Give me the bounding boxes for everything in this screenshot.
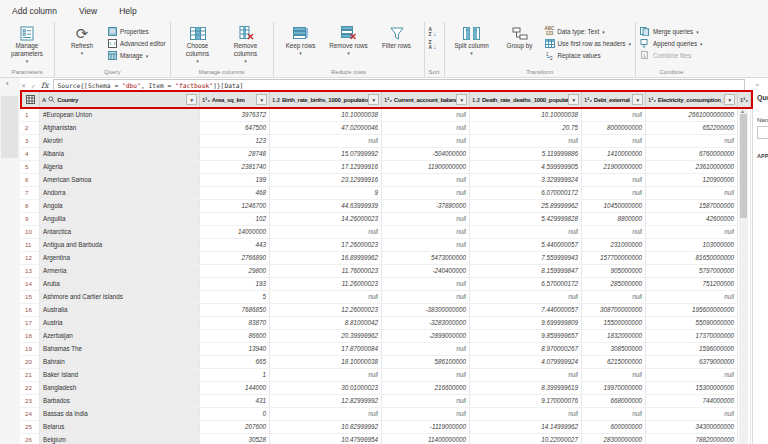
cell[interactable]: 28300000000 [582, 434, 646, 444]
cell[interactable]: 17.26000023 [270, 239, 382, 251]
cell[interactable]: 8.970000267 [470, 343, 582, 355]
row-number[interactable]: 4 [21, 148, 40, 160]
formula-expand-chevron-icon[interactable]: ⌄ [754, 80, 760, 88]
cell[interactable]: 665 [200, 356, 270, 368]
cell[interactable]: 308500000 [582, 343, 646, 355]
cell[interactable]: 1587000000 [646, 200, 738, 212]
cell[interactable]: null [270, 291, 382, 303]
cell[interactable]: 5473000000 [382, 252, 470, 264]
cell[interactable]: 11900000000 [382, 161, 470, 173]
cell[interactable]: null [646, 408, 738, 420]
cell[interactable]: null [382, 239, 470, 251]
formula-cancel-icon[interactable]: ✕ [21, 82, 28, 89]
cell[interactable]: 11400000000 [382, 434, 470, 444]
column-header-partial[interactable]: 1²₃ [738, 91, 751, 108]
row-number[interactable]: 14 [21, 278, 40, 290]
cell[interactable]: 3.329999924 [470, 174, 582, 186]
cell[interactable]: 443 [200, 239, 270, 251]
row-number[interactable]: 10 [21, 226, 40, 238]
cell[interactable]: 14000000 [200, 226, 270, 238]
cell[interactable]: 744000000 [646, 395, 738, 407]
row-number[interactable]: 8 [21, 200, 40, 212]
cell[interactable]: null [470, 226, 582, 238]
choose-columns-button[interactable]: Choose columns ▾ [175, 23, 221, 65]
filter-dropdown-icon[interactable]: ▾ [724, 94, 735, 105]
cell[interactable]: Armenia [40, 265, 200, 277]
cell[interactable]: null [582, 187, 646, 199]
cell[interactable]: 8800000 [582, 213, 646, 225]
tab-add-column[interactable]: Add column [12, 6, 57, 16]
cell[interactable]: 905000000 [582, 265, 646, 277]
query-name-input[interactable] [757, 126, 768, 139]
cell[interactable]: 7.559999943 [470, 252, 582, 264]
cell[interactable]: 21900000000 [582, 161, 646, 173]
cell[interactable]: null [582, 291, 646, 303]
row-number[interactable]: 3 [21, 135, 40, 147]
remove-columns-button[interactable]: Remove columns ▾ [223, 23, 269, 65]
cell[interactable]: 47.02000046 [270, 122, 382, 134]
cell[interactable]: Ashmore and Cartier Islands [40, 291, 200, 303]
cell[interactable]: null [270, 226, 382, 238]
cell[interactable]: 10.10000038 [270, 109, 382, 121]
row-number[interactable]: 12 [21, 252, 40, 264]
cell[interactable]: 193 [200, 278, 270, 290]
cell[interactable]: null [470, 408, 582, 420]
cell[interactable]: 586100000 [382, 356, 470, 368]
collapse-pane-chevron-icon[interactable]: ‹ [6, 80, 9, 88]
cell[interactable]: 17.87000084 [270, 343, 382, 355]
cell[interactable]: 431 [200, 395, 270, 407]
row-number[interactable]: 20 [21, 356, 40, 368]
cell[interactable]: null [646, 135, 738, 147]
cell[interactable]: null [382, 174, 470, 186]
cell[interactable]: 8000000000 [582, 122, 646, 134]
row-number[interactable]: 7 [21, 187, 40, 199]
cell[interactable]: 9 [270, 187, 382, 199]
use-first-row-button[interactable]: Use first row as headers ▾ [545, 38, 631, 49]
sort-ascending-button[interactable]: AZ ↓ [429, 27, 437, 39]
cell[interactable]: Belgium [40, 434, 200, 444]
cell[interactable]: Belarus [40, 421, 200, 433]
cell[interactable]: Azerbaijan [40, 330, 200, 342]
cell[interactable]: 23.12999916 [270, 174, 382, 186]
cell[interactable]: -37880000 [382, 200, 470, 212]
cell[interactable]: 1 [200, 369, 270, 381]
cell[interactable]: 751200000 [646, 278, 738, 290]
cell[interactable]: null [382, 135, 470, 147]
tab-help[interactable]: Help [119, 6, 136, 16]
cell[interactable]: 83870 [200, 317, 270, 329]
cell[interactable]: null [382, 395, 470, 407]
cell[interactable]: 15.07999992 [270, 148, 382, 160]
cell[interactable]: null [582, 369, 646, 381]
row-number[interactable]: 6 [21, 174, 40, 186]
cell[interactable]: 28748 [200, 148, 270, 160]
cell[interactable]: Bahamas The [40, 343, 200, 355]
cell[interactable]: 600000000 [582, 421, 646, 433]
properties-button[interactable]: Properties [107, 26, 166, 37]
cell[interactable]: null [382, 213, 470, 225]
filter-dropdown-icon[interactable]: ▾ [632, 94, 643, 105]
cell[interactable]: 4.599999905 [470, 161, 582, 173]
cell[interactable]: Baker Island [40, 369, 200, 381]
cell[interactable]: 2661000000000 [646, 109, 738, 121]
remove-rows-button[interactable]: Remove rows ▾ [326, 23, 372, 57]
cell[interactable]: 1832000000 [582, 330, 646, 342]
merge-queries-button[interactable]: Merge queries ▾ [640, 26, 703, 37]
cell[interactable]: null [582, 109, 646, 121]
cell[interactable]: null [382, 369, 470, 381]
filter-dropdown-icon[interactable]: ▾ [256, 94, 267, 105]
append-queries-button[interactable]: Append queries ▾ [640, 38, 703, 49]
keep-rows-button[interactable]: Keep rows ▾ [278, 23, 324, 57]
row-number[interactable]: 5 [21, 161, 40, 173]
cell[interactable]: 103000000 [646, 239, 738, 251]
select-all-table-icon[interactable] [21, 91, 40, 108]
column-header-Birth_rate_births_1000_population[interactable]: 1.2Birth_rate_births_1000_population▾ [270, 91, 382, 108]
cell[interactable]: 199 [200, 174, 270, 186]
cell[interactable]: 34300000000 [646, 421, 738, 433]
cell[interactable]: null [382, 187, 470, 199]
row-number[interactable]: 26 [21, 434, 40, 444]
cell[interactable]: 102 [200, 213, 270, 225]
cell[interactable]: null [582, 174, 646, 186]
cell[interactable]: null [382, 122, 470, 134]
cell[interactable]: 11.26000023 [270, 278, 382, 290]
cell[interactable]: 157700000000 [582, 252, 646, 264]
